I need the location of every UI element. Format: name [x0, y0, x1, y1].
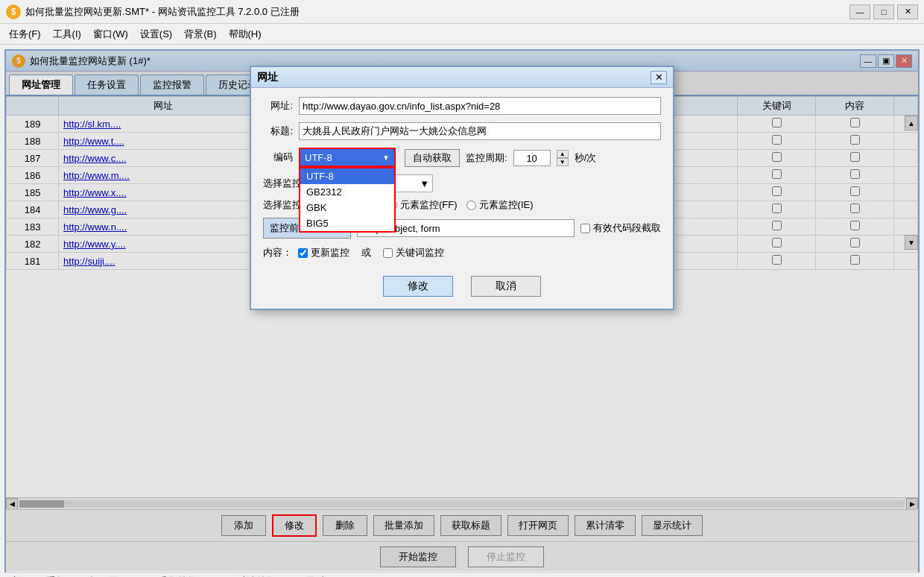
- statusbar: 新: 350 重复: 205 打开网页: 1558 采集总数: 109545 过…: [6, 572, 918, 577]
- encoding-option-gb2312[interactable]: GB2312: [300, 184, 394, 200]
- menubar: 任务(F) 工具(I) 窗口(W) 设置(S) 背景(B) 帮助(H): [0, 24, 924, 45]
- radio-element-ie-label: 元素监控(IE): [479, 198, 534, 212]
- dialog-cancel-button[interactable]: 取消: [471, 276, 541, 297]
- url-input[interactable]: [299, 97, 661, 115]
- filter-check-label[interactable]: 有效代码段截取: [580, 221, 661, 235]
- dialog-buttons: 修改 取消: [263, 270, 661, 300]
- encoding-label: 编码: [263, 151, 293, 164]
- radio-element-ie-input[interactable]: [466, 201, 476, 210]
- encoding-option-utf8[interactable]: UTF-8: [300, 168, 394, 184]
- close-button[interactable]: ✕: [897, 4, 918, 19]
- content-row: 内容： 更新监控 或 关键词监控: [263, 246, 661, 259]
- period-input[interactable]: [513, 150, 551, 166]
- menu-task[interactable]: 任务(F): [3, 25, 47, 44]
- minimize-button[interactable]: —: [849, 4, 870, 19]
- url-dialog: 网址 ✕ 网址: 标题: 编码: [250, 66, 674, 310]
- title-label: 标题:: [263, 124, 293, 138]
- title-field-row: 标题:: [263, 122, 661, 140]
- titlebar: $ 如何批量监控网站更新.SMT* - 网站资讯监控工具 7.2.0.0 已注册…: [0, 0, 924, 24]
- radio-element-ff-label: 元素监控(FF): [400, 198, 458, 212]
- encoding-option-gbk[interactable]: GBK: [300, 200, 394, 215]
- period-up-button[interactable]: ▲: [557, 150, 569, 158]
- main-window: $ 如何批量监控网站更新 (1#)* — ▣ ✕ 网址管理 任务设置 监控报警 …: [4, 49, 920, 573]
- content-label: 内容：: [263, 246, 292, 259]
- url-field-row: 网址:: [263, 97, 661, 115]
- menu-window[interactable]: 窗口(W): [87, 25, 134, 44]
- filter-check-text: 有效代码段截取: [593, 221, 661, 235]
- encoding-selected[interactable]: UTF-8 ▼: [299, 148, 396, 167]
- encoding-extra: 自动获取 监控周期: ▲ ▼ 秒/次: [405, 149, 596, 167]
- menu-tools[interactable]: 工具(I): [47, 25, 87, 44]
- modal-overlay: 网址 ✕ 网址: 标题: 编码: [6, 51, 918, 571]
- update-monitor-label: 更新监控: [311, 246, 349, 259]
- filter-check-input[interactable]: [580, 224, 590, 233]
- keyword-monitor-input[interactable]: [383, 248, 393, 258]
- encoding-row: 编码 UTF-8 ▼ UTF-8 GB2312 GBK BIG5: [263, 148, 661, 167]
- keyword-monitor-label: 关键词监控: [396, 246, 444, 259]
- app-title: 如何批量监控网站更新.SMT* - 网站资讯监控工具 7.2.0.0 已注册: [25, 5, 849, 19]
- update-monitor-input[interactable]: [298, 248, 308, 258]
- dropdown-arrow-icon: ▼: [382, 154, 390, 162]
- menu-help[interactable]: 帮助(H): [223, 25, 268, 44]
- app-icon: $: [6, 4, 21, 19]
- dialog-modify-button[interactable]: 修改: [383, 276, 453, 297]
- dialog-close-button[interactable]: ✕: [651, 71, 667, 84]
- maximize-button[interactable]: □: [873, 4, 894, 19]
- radio-element-ie[interactable]: 元素监控(IE): [466, 198, 534, 212]
- monitor-dropdown-arrow: ▼: [420, 178, 429, 189]
- auto-fetch-button[interactable]: 自动获取: [405, 149, 460, 167]
- menu-background[interactable]: 背景(B): [178, 25, 222, 44]
- update-monitor-check[interactable]: 更新监控: [298, 246, 349, 259]
- dialog-titlebar: 网址 ✕: [251, 67, 673, 88]
- or-label: 或: [361, 246, 371, 259]
- encoding-menu: UTF-8 GB2312 GBK BIG5: [299, 167, 396, 233]
- period-label: 监控周期:: [466, 151, 507, 165]
- dialog-body: 网址: 标题: 编码 UTF-8 ▼: [251, 88, 673, 309]
- period-unit: 秒/次: [575, 151, 597, 165]
- title-input[interactable]: [299, 122, 661, 140]
- keyword-monitor-check[interactable]: 关键词监控: [383, 246, 444, 259]
- radio-element-ff[interactable]: 元素监控(FF): [387, 198, 458, 212]
- encoding-dropdown[interactable]: UTF-8 ▼ UTF-8 GB2312 GBK BIG5: [299, 148, 396, 167]
- url-label: 网址:: [263, 99, 293, 113]
- window-controls: — □ ✕: [849, 4, 918, 19]
- encoding-option-big5[interactable]: BIG5: [300, 215, 394, 231]
- period-spinner: ▲ ▼: [557, 150, 569, 166]
- menu-settings[interactable]: 设置(S): [134, 25, 178, 44]
- period-down-button[interactable]: ▼: [557, 158, 569, 166]
- encoding-value: UTF-8: [305, 152, 332, 163]
- dialog-title: 网址: [257, 71, 651, 84]
